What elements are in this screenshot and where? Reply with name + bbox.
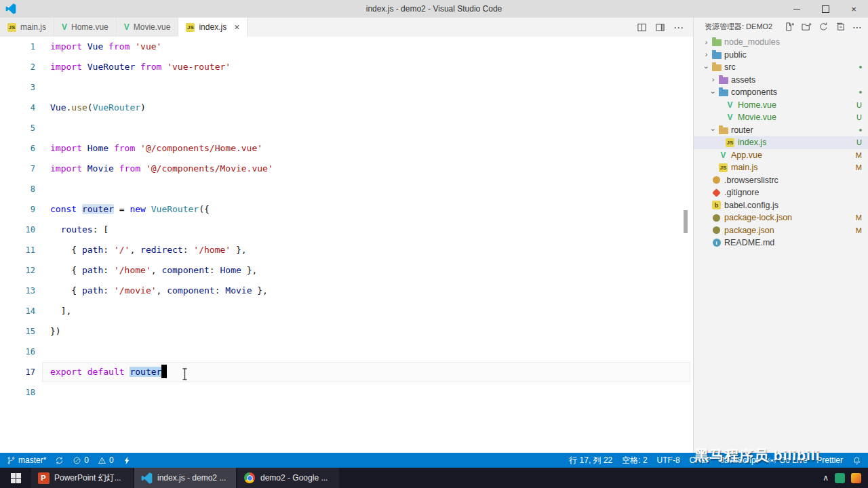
tree-item-.browserslistrc[interactable]: .browserslistrc xyxy=(694,174,868,187)
notifications[interactable] xyxy=(852,456,861,465)
line-number[interactable]: 14 xyxy=(0,301,35,321)
bolt-icon xyxy=(123,456,132,465)
refresh-explorer-button[interactable] xyxy=(818,22,829,33)
tree-item-Movie.vue[interactable]: VMovie.vueU xyxy=(694,111,868,124)
taskbar-powerpoint[interactable]: PPowerPoint 幻灯... xyxy=(31,468,133,488)
code-line[interactable]: 15}) xyxy=(0,321,693,342)
line-number[interactable]: 10 xyxy=(0,220,35,240)
code-line[interactable]: 14 ], xyxy=(0,301,693,321)
cursor-position[interactable]: 行 17, 列 22 xyxy=(569,455,612,466)
code-line[interactable]: 16 xyxy=(0,342,693,362)
js-file-icon: JS xyxy=(7,23,16,32)
line-number[interactable]: 6 xyxy=(0,138,35,159)
line-number[interactable]: 3 xyxy=(0,77,35,98)
taskbar-chrome[interactable]: demo2 - Google ... xyxy=(237,468,339,488)
code-editor[interactable]: 1import Vue from 'vue'2import VueRouter … xyxy=(0,37,693,453)
prettier[interactable]: Prettier xyxy=(816,455,843,465)
code-line[interactable]: 2import VueRouter from 'vue-router' xyxy=(0,57,693,77)
code-line[interactable]: 12 { path: '/home', component: Home }, xyxy=(0,260,693,281)
tree-item-label: babel.config.js xyxy=(724,201,778,210)
new-folder-button[interactable] xyxy=(801,22,812,33)
git-branch[interactable]: master* xyxy=(7,455,46,465)
collapse-folders-button[interactable] xyxy=(835,22,846,33)
code-line[interactable]: 4Vue.use(VueRouter) xyxy=(0,98,693,118)
code-line[interactable]: 6import Home from '@/components/Home.vue… xyxy=(0,138,693,159)
line-number[interactable]: 16 xyxy=(0,342,35,362)
code-line[interactable]: 17export default router xyxy=(0,362,693,382)
chevron-down-icon[interactable]: › xyxy=(709,126,717,134)
line-number[interactable]: 2 xyxy=(0,57,35,77)
tab-Home.vue[interactable]: VHome.vue xyxy=(54,18,117,37)
vue-file-icon: V xyxy=(727,101,732,109)
new-file-button[interactable] xyxy=(784,22,795,33)
editor-layout-button[interactable] xyxy=(655,22,665,33)
tree-item-README.md[interactable]: iREADME.md xyxy=(694,237,868,249)
tray-expand[interactable]: ∧ xyxy=(823,473,829,483)
encoding[interactable]: UTF-8 xyxy=(657,455,680,465)
start-button[interactable] xyxy=(0,468,31,488)
tree-item-assets[interactable]: ›assets xyxy=(694,74,868,87)
line-number[interactable]: 9 xyxy=(0,199,35,220)
taskbar-vscode[interactable]: index.js - demo2 ... xyxy=(134,468,236,488)
tree-item-node_modules[interactable]: ›node_modules xyxy=(694,36,868,49)
errors[interactable]: 0 xyxy=(73,455,89,465)
line-number[interactable]: 5 xyxy=(0,118,35,138)
views-more-button[interactable]: ⋯ xyxy=(852,22,863,33)
line-number[interactable]: 18 xyxy=(0,382,35,403)
tray-app-green[interactable] xyxy=(835,473,845,483)
live-share[interactable] xyxy=(123,456,132,465)
code-line[interactable]: 10 routes: [ xyxy=(0,220,693,240)
close-button[interactable]: × xyxy=(840,0,868,18)
code-line[interactable]: 1import Vue from 'vue' xyxy=(0,37,693,57)
maximize-button[interactable] xyxy=(811,0,840,18)
code-text: const router = new VueRouter({ xyxy=(50,199,210,220)
tree-item-main.js[interactable]: JSmain.jsM xyxy=(694,161,868,174)
split-editor-button[interactable] xyxy=(637,22,647,33)
chevron-right-icon[interactable]: › xyxy=(702,51,711,58)
indentation[interactable]: 空格: 2 xyxy=(622,455,647,466)
tab-Movie.vue[interactable]: VMovie.vue xyxy=(117,18,179,37)
chevron-right-icon[interactable]: › xyxy=(709,76,717,83)
tree-item-package-lock.json[interactable]: package-lock.jsonM xyxy=(694,211,868,224)
line-number[interactable]: 4 xyxy=(0,98,35,118)
editor-more-button[interactable]: ⋯ xyxy=(673,22,684,33)
tab-main.js[interactable]: JSmain.js xyxy=(0,18,54,37)
sync-changes[interactable] xyxy=(55,456,64,465)
warnings[interactable]: 0 xyxy=(98,455,114,465)
tree-item-Home.vue[interactable]: VHome.vueU xyxy=(694,99,868,112)
code-line[interactable]: 8 xyxy=(0,179,693,199)
chevron-right-icon[interactable]: › xyxy=(702,39,711,46)
tree-item-index.js[interactable]: JSindex.jsU xyxy=(694,136,868,149)
line-number[interactable]: 7 xyxy=(0,159,35,179)
line-number[interactable]: 8 xyxy=(0,179,35,199)
tree-item-public[interactable]: ›public xyxy=(694,49,868,62)
code-line[interactable]: 11 { path: '/', redirect: '/home' }, xyxy=(0,240,693,260)
line-number[interactable]: 15 xyxy=(0,321,35,342)
tree-item-package.json[interactable]: package.jsonM xyxy=(694,224,868,237)
chevron-down-icon[interactable]: › xyxy=(709,89,717,96)
line-number[interactable]: 17 xyxy=(0,362,35,382)
tree-icon: V xyxy=(717,151,729,159)
code-line[interactable]: 9const router = new VueRouter({ xyxy=(0,199,693,220)
tree-item-router[interactable]: ›router xyxy=(694,124,868,137)
tree-item-src[interactable]: ›src xyxy=(694,61,868,74)
minimize-button[interactable] xyxy=(783,0,811,18)
code-line[interactable]: 5 xyxy=(0,118,693,138)
code-line[interactable]: 3 xyxy=(0,77,693,98)
chevron-down-icon[interactable]: › xyxy=(702,64,711,71)
tab-index.js[interactable]: JSindex.js× xyxy=(178,18,248,37)
close-tab-icon[interactable]: × xyxy=(234,22,239,32)
line-number[interactable]: 13 xyxy=(0,281,35,301)
editor-group: JSmain.jsVHome.vueVMovie.vueJSindex.js× … xyxy=(0,18,693,453)
line-number[interactable]: 11 xyxy=(0,240,35,260)
tray-ime[interactable] xyxy=(851,473,861,483)
code-line[interactable]: 13 { path: '/movie', component: Movie }, xyxy=(0,281,693,301)
line-number[interactable]: 1 xyxy=(0,37,35,57)
tree-item-components[interactable]: ›components xyxy=(694,86,868,99)
line-number[interactable]: 12 xyxy=(0,260,35,281)
tree-item-.gitignore[interactable]: .gitignore xyxy=(694,186,868,199)
code-line[interactable]: 18 xyxy=(0,382,693,403)
tree-item-App.vue[interactable]: VApp.vueM xyxy=(694,149,868,162)
code-line[interactable]: 7import Movie from '@/components/Movie.v… xyxy=(0,159,693,179)
tree-item-babel.config.js[interactable]: bbabel.config.js xyxy=(694,199,868,212)
